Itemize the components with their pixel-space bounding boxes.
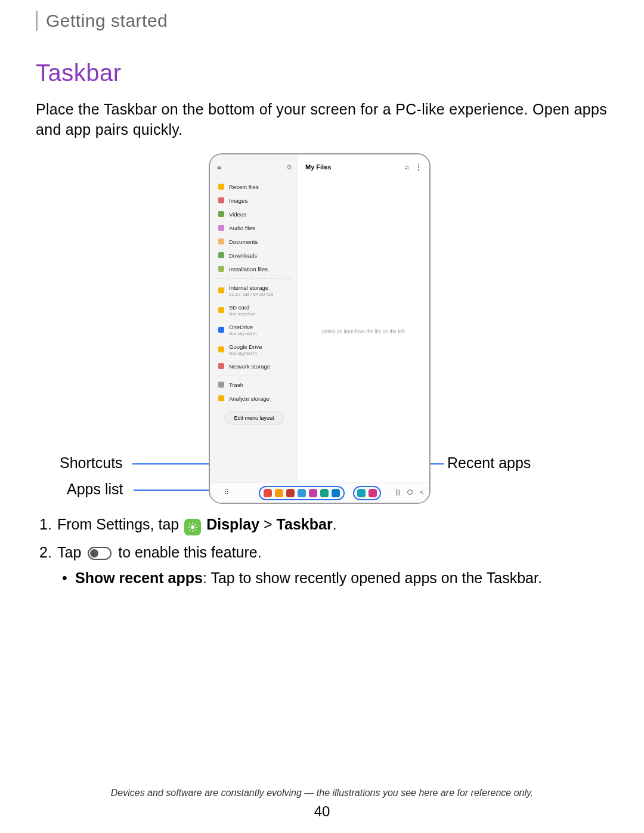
svg-line-5 [190,524,191,525]
display-settings-icon [184,519,201,535]
step-2-text: Tap to enable this feature. [57,544,262,561]
empty-hint: Select an item from the list on the left… [298,329,429,335]
page-number: 40 [0,803,644,820]
more-icon[interactable]: ⋮ [415,163,422,171]
sidebar-item[interactable]: Trash [210,378,298,392]
category-icon [218,395,224,401]
sidebar-item[interactable]: Videos [210,208,298,221]
callout-recent-apps: Recent apps [447,454,531,472]
sidebar-item[interactable]: Analyze storage [210,392,298,405]
sidebar-item[interactable]: OneDriveNot signed in [210,320,298,340]
sidebar-item-label: Recent files [229,184,259,190]
category-icon [218,266,224,272]
taskbar-shortcuts [259,486,345,500]
svg-point-0 [191,525,194,529]
sidebar-item[interactable]: Network storage [210,360,298,373]
text: . [333,516,337,532]
sidebar-item[interactable]: Installation files [210,262,298,276]
text-bold: Taskbar [277,516,333,532]
sidebar-item[interactable]: Recent files [210,180,298,194]
page-title: Taskbar [36,60,617,86]
sidebar-item-label: Trash [229,382,243,388]
step-1: 1. From Settings, tap Display > Taskbar. [36,516,617,535]
sidebar-item-label: Network storage [229,363,270,370]
sidebar-item-label: Internal storage21.67 GB / 64.00 GB [229,284,273,297]
gear-icon[interactable]: ⚙ [286,163,292,171]
taskbar-recent [353,486,381,500]
sidebar-item[interactable]: Downloads [210,249,298,262]
text: > [259,516,277,532]
device-taskbar: ⠿ ||| < [210,482,429,503]
category-icon [218,327,224,333]
taskbar-app-icon[interactable] [309,489,317,497]
apps-grid-icon[interactable]: ⠿ [224,488,228,496]
text-bold: Display [206,516,259,532]
text: Tap [57,544,85,561]
category-icon [218,239,224,244]
taskbar-app-icon[interactable] [369,489,377,497]
category-icon [218,382,224,388]
figure: Shortcuts Apps list Recent apps ≡ ⚙ Rece… [36,153,617,505]
category-icon [218,346,224,352]
sidebar-item-label: Analyze storage [229,395,270,402]
edit-menu-layout-button[interactable]: Edit menu layout [224,411,284,425]
sidebar-item-label: Audio files [229,225,255,231]
sidebar-item-label: SD cardNot inserted [229,304,255,317]
step-2-bullet: • Show recent apps: Tap to show recently… [62,569,617,587]
taskbar-app-icon[interactable] [332,489,340,497]
sidebar-item[interactable]: Audio files [210,221,298,235]
taskbar-app-icon[interactable] [275,489,283,497]
taskbar-app-icon[interactable] [264,489,272,497]
svg-line-8 [195,524,196,525]
step-1-text: From Settings, tap Display > Taskbar. [57,516,337,535]
sidebar-item-label: Installation files [229,266,268,272]
sidebar-item[interactable]: Documents [210,235,298,249]
file-sidebar: ≡ ⚙ Recent filesImagesVideosAudio filesD… [210,154,298,503]
sidebar-item-label: Documents [229,239,258,245]
manual-page: Getting started Taskbar Place the Taskba… [0,0,644,833]
intro-paragraph: Place the Taskbar on the bottom of your … [36,100,617,140]
category-icon [218,363,224,369]
device-mockup: ≡ ⚙ Recent filesImagesVideosAudio filesD… [209,153,431,504]
sidebar-item-label: OneDriveNot signed in [229,324,257,336]
svg-line-7 [190,529,191,531]
instruction-list: 1. From Settings, tap Display > Taskbar.… [36,516,617,587]
hamburger-icon[interactable]: ≡ [217,163,222,172]
search-icon[interactable]: ⌕ [405,163,409,171]
category-icon [218,287,224,293]
bullet-icon: • [62,569,75,587]
step-number: 2. [36,544,57,561]
sidebar-item-label: Google DriveNot signed in [229,343,262,356]
sidebar-item[interactable]: SD cardNot inserted [210,301,298,320]
category-icon [218,184,224,190]
text: From Settings, tap [57,516,183,532]
nav-recents-icon[interactable]: ||| [395,489,400,496]
breadcrumb: Getting started [46,11,617,31]
nav-back-icon[interactable]: < [420,489,423,496]
callout-shortcuts: Shortcuts [60,454,123,472]
sidebar-item[interactable]: Google DriveNot signed in [210,340,298,360]
taskbar-app-icon[interactable] [298,489,306,497]
category-icon [218,307,224,313]
sidebar-item-label: Images [229,197,247,204]
category-icon [218,225,224,231]
sidebar-item-label: Videos [229,211,246,218]
bullet-text: Show recent apps: Tap to show recently o… [75,569,542,587]
taskbar-app-icon[interactable] [320,489,329,497]
sidebar-item[interactable]: Images [210,194,298,208]
nav-home-icon[interactable] [407,490,413,495]
taskbar-app-icon[interactable] [357,489,366,497]
text-bold: Show recent apps [75,569,203,586]
step-2: 2. Tap to enable this feature. [36,544,617,561]
sidebar-item[interactable]: Internal storage21.67 GB / 64.00 GB [210,281,298,301]
category-icon [218,252,224,258]
header-container: Getting started [36,11,617,31]
step-number: 1. [36,516,57,535]
sidebar-item-label: Downloads [229,252,257,259]
category-icon [218,197,224,203]
pane-title: My Files [305,163,331,171]
taskbar-app-icon[interactable] [286,489,295,497]
nav-buttons: ||| < [395,489,423,496]
text: : Tap to show recently opened apps on th… [203,569,542,586]
toggle-icon [88,547,112,560]
